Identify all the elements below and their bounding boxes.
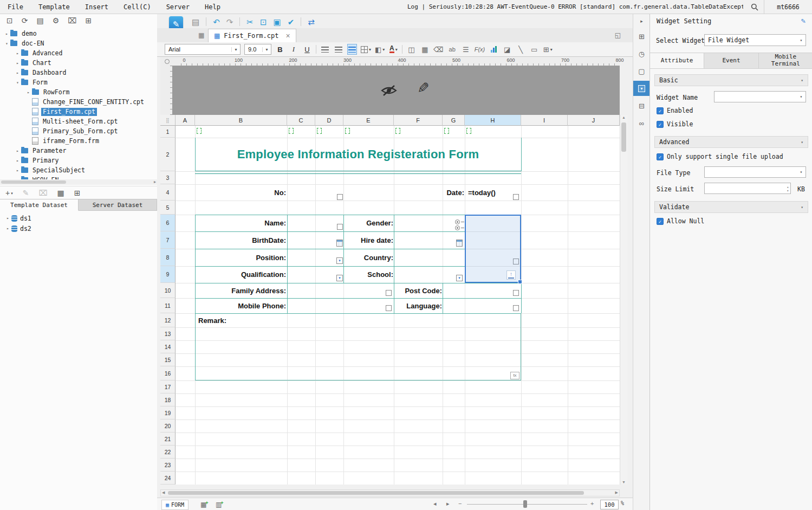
select-widget-dropdown[interactable]: File Widget ▾: [704, 34, 806, 46]
tree-item-rowform[interactable]: ▸RowForm: [0, 87, 157, 97]
section-validate[interactable]: Validate ▾: [654, 201, 808, 213]
date-widget-hiredate[interactable]: [456, 240, 463, 247]
combo-widget-position[interactable]: ▾: [336, 257, 343, 264]
expand-icon[interactable]: ▸: [14, 158, 21, 163]
column-header-C[interactable]: C: [287, 115, 315, 126]
row-header-1[interactable]: 1: [160, 126, 176, 138]
zoom-out-icon[interactable]: −: [458, 500, 462, 507]
tree-item-wcov-en[interactable]: ▸WCOV-EN: [0, 175, 157, 179]
cell-label-qualification[interactable]: Qualification:: [195, 266, 286, 283]
cell-label-post-code[interactable]: Post Code:: [394, 283, 442, 298]
row-header-12[interactable]: 12: [160, 313, 176, 327]
cell-label-language[interactable]: Language:: [394, 298, 442, 313]
checkbox-widget-date[interactable]: [513, 194, 519, 200]
checkbox-widget-language[interactable]: [513, 305, 519, 311]
scroll-left-icon[interactable]: ◀: [162, 490, 165, 495]
column-header-D[interactable]: D: [315, 115, 343, 126]
template-version-icon[interactable]: ▤: [36, 17, 43, 24]
expand-icon[interactable]: ▸: [14, 51, 21, 56]
cell-label-name[interactable]: Name:: [195, 215, 286, 231]
vertical-scrollbar[interactable]: ▲ ▼: [620, 115, 627, 485]
expand-icon[interactable]: ▸: [14, 61, 21, 66]
preview-dataset-icon[interactable]: ▦: [57, 189, 64, 197]
menu-template[interactable]: Template: [31, 3, 77, 11]
image-button[interactable]: ◪: [502, 44, 512, 55]
cell-element-icon[interactable]: ⊟: [633, 98, 650, 113]
row-header-4[interactable]: 4: [160, 184, 176, 201]
row-header-15[interactable]: 15: [160, 353, 176, 366]
merge-cell-button[interactable]: ◫: [406, 44, 416, 55]
copy-icon[interactable]: ⊡: [260, 18, 267, 26]
widget-setting-icon[interactable]: ▾: [633, 81, 650, 96]
row-header-18[interactable]: 18: [160, 393, 176, 406]
menu-help[interactable]: Help: [197, 3, 228, 11]
checkbox-widget-post-code[interactable]: [513, 290, 519, 296]
textbox-button[interactable]: ▭: [529, 44, 539, 55]
fill-color-button[interactable]: ◧▾: [375, 44, 385, 55]
sheet-tab-form[interactable]: ▦ FORM: [161, 500, 189, 510]
batch-edit-icon[interactable]: ⊞: [74, 189, 81, 197]
section-basic[interactable]: Basic ▾: [654, 74, 808, 86]
spinner-icon[interactable]: ▴▾: [787, 185, 789, 192]
add-chart-sheet-icon[interactable]: ▥+: [216, 500, 224, 508]
tree-item-multi-sheet-form-cpt[interactable]: Multi-sheet_Form.cpt: [0, 117, 157, 126]
widget-button[interactable]: ⊞▾: [543, 44, 553, 55]
row-header-6[interactable]: 6: [160, 215, 176, 231]
redo-icon[interactable]: ↷: [226, 18, 233, 26]
scroll-down-icon[interactable]: ▼: [620, 480, 627, 484]
cell-label-hiredate[interactable]: Hire date:: [343, 231, 393, 249]
row-header-24[interactable]: 24: [160, 472, 176, 485]
hscroll-thumb[interactable]: [168, 491, 584, 495]
cell-label-mobile-phone[interactable]: Mobile Phone:: [195, 298, 286, 313]
checkbox-widget-name[interactable]: [337, 224, 343, 230]
column-header-I[interactable]: I: [521, 115, 568, 126]
menu-insert[interactable]: Insert: [77, 3, 116, 11]
cell-label-gender[interactable]: Gender:: [343, 215, 393, 231]
delete-dataset-icon[interactable]: ⌧: [38, 189, 47, 197]
tree-item-advanced[interactable]: ▸Advanced: [0, 48, 157, 58]
undo-icon[interactable]: ↶: [213, 18, 220, 26]
size-limit-input[interactable]: ▴▾: [704, 183, 791, 194]
align-justify-button[interactable]: [347, 44, 357, 55]
next-page-icon[interactable]: ▸: [446, 500, 450, 507]
add-report-sheet-icon[interactable]: ▦+: [200, 500, 209, 508]
delete-icon[interactable]: ⌧: [68, 17, 76, 24]
allow-null-checkbox[interactable]: ✓ Allow Null: [657, 217, 704, 225]
tree-item-change-fine-conf-entity-cpt[interactable]: Change_FINE_CONF_ENTITY.cpt: [0, 97, 157, 107]
font-family-select[interactable]: Arial▾: [165, 44, 241, 55]
grid-button[interactable]: ▦: [420, 44, 430, 55]
add-dataset-icon[interactable]: +▾: [5, 189, 13, 197]
align-center-button[interactable]: [334, 44, 343, 55]
close-tab-icon[interactable]: ×: [286, 31, 290, 40]
column-header-J[interactable]: J: [568, 115, 620, 126]
zoom-in-icon[interactable]: +: [590, 500, 594, 507]
column-header-H[interactable]: H: [465, 115, 521, 126]
tree-scrollbar-thumb[interactable]: [1, 180, 66, 184]
selected-cell-region[interactable]: ↑: [465, 215, 521, 283]
row-header-2[interactable]: 2: [160, 138, 176, 171]
tab-event[interactable]: Event: [704, 53, 758, 68]
sheet-list-icon[interactable]: ▦: [198, 31, 204, 39]
collapse-icon[interactable]: ▾: [3, 41, 10, 46]
expand-icon[interactable]: ▸: [25, 90, 32, 95]
tree-item-iframe-form-frm[interactable]: iframe_Form.frm: [0, 136, 157, 146]
refresh-icon[interactable]: ⟳: [22, 17, 28, 24]
spreadsheet[interactable]: Employee Information Registeration Form …: [160, 115, 620, 485]
cell-label-family-address[interactable]: Family Address:: [195, 283, 286, 298]
row-header-17[interactable]: 17: [160, 380, 176, 393]
vscroll-thumb[interactable]: [621, 122, 626, 152]
collapse-icon[interactable]: ▸: [633, 16, 650, 27]
prev-page-icon[interactable]: ◂: [433, 500, 437, 507]
zoom-value-input[interactable]: 100: [600, 500, 619, 509]
checkbox-widget-mobile-phone[interactable]: [386, 305, 392, 311]
copy-icon[interactable]: ⊞: [85, 17, 92, 24]
eraser-button[interactable]: ⌫: [433, 44, 443, 55]
row-header-11[interactable]: 11: [160, 298, 176, 313]
bold-button[interactable]: B: [275, 44, 285, 55]
tree-item-primary[interactable]: ▸Primary: [0, 156, 157, 165]
checkbox-widget-no[interactable]: [337, 194, 343, 200]
column-header-A[interactable]: A: [176, 115, 195, 126]
format-painter-icon[interactable]: ✔: [288, 18, 295, 26]
cell-label-position[interactable]: Position:: [195, 249, 286, 266]
tab-mobile-terminal[interactable]: Mobile Terminal: [759, 53, 812, 68]
